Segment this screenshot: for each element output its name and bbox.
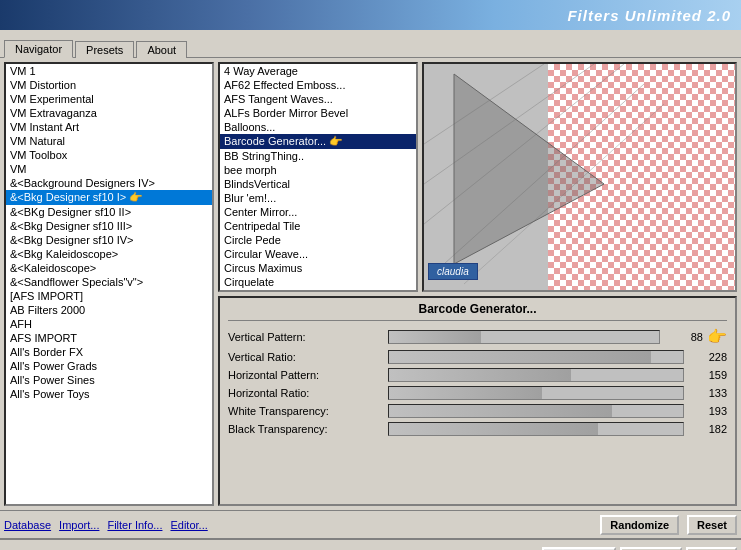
left-panel-item-9[interactable]: &<Bkg Designer sf10 I> 👉 [6, 190, 212, 205]
left-panel-item-16[interactable]: [AFS IMPORT] [6, 289, 212, 303]
filter-list-item-11[interactable]: Centripedal Tile [220, 219, 416, 233]
category-list[interactable]: VM 1VM DistortionVM ExperimentalVM Extra… [4, 62, 214, 506]
left-panel-item-22[interactable]: All's Power Sines [6, 373, 212, 387]
tab-navigator[interactable]: Navigator [4, 40, 73, 58]
preview-gray [424, 64, 548, 290]
setting-row-0: Vertical Pattern:88👉 [228, 327, 727, 346]
filter-list-item-0[interactable]: 4 Way Average [220, 64, 416, 78]
setting-slider-3[interactable] [388, 386, 684, 400]
tab-bar: Navigator Presets About [0, 30, 741, 58]
tab-presets[interactable]: Presets [75, 41, 134, 58]
left-panel-item-4[interactable]: VM Instant Art [6, 120, 212, 134]
left-panel-item-19[interactable]: AFS IMPORT [6, 331, 212, 345]
left-panel-item-17[interactable]: AB Filters 2000 [6, 303, 212, 317]
settings-rows: Vertical Pattern:88👉Vertical Ratio:228Ho… [228, 327, 727, 436]
filter-list-item-13[interactable]: Circular Weave... [220, 247, 416, 261]
setting-value-5: 182 [692, 423, 727, 435]
left-panel-item-12[interactable]: &<Bkg Designer sf10 IV> [6, 233, 212, 247]
filter-list-item-6[interactable]: BB StringThing.. [220, 149, 416, 163]
settings-panel: Barcode Generator... Vertical Pattern:88… [218, 296, 737, 506]
left-panel-item-5[interactable]: VM Natural [6, 134, 212, 148]
filter-list-item-10[interactable]: Center Mirror... [220, 205, 416, 219]
setting-slider-1[interactable] [388, 350, 684, 364]
setting-slider-2[interactable] [388, 368, 684, 382]
import-link[interactable]: Import... [59, 519, 99, 531]
left-panel-item-13[interactable]: &<Bkg Kaleidoscope> [6, 247, 212, 261]
left-panel-item-20[interactable]: All's Border FX [6, 345, 212, 359]
left-panel-item-8[interactable]: &<Background Designers IV> [6, 176, 212, 190]
setting-slider-0[interactable] [388, 330, 660, 344]
setting-slider-5[interactable] [388, 422, 684, 436]
left-panel-item-1[interactable]: VM Distortion [6, 78, 212, 92]
claudia-badge: claudia [428, 263, 478, 280]
reset-button[interactable]: Reset [687, 515, 737, 535]
setting-label-3: Horizontal Ratio: [228, 387, 388, 399]
filter-info-link[interactable]: Filter Info... [107, 519, 162, 531]
setting-label-5: Black Transparency: [228, 423, 388, 435]
setting-value-3: 133 [692, 387, 727, 399]
filter-list-item-2[interactable]: AFS Tangent Waves... [220, 92, 416, 106]
setting-value-0: 88 [668, 331, 703, 343]
database-link[interactable]: Database [4, 519, 51, 531]
main-content: VM 1VM DistortionVM ExperimentalVM Extra… [0, 58, 741, 510]
left-panel-item-6[interactable]: VM Toolbox [6, 148, 212, 162]
setting-label-2: Horizontal Pattern: [228, 369, 388, 381]
preview-checkerboard [548, 64, 735, 290]
setting-row-2: Horizontal Pattern:159 [228, 368, 727, 382]
left-panel-item-11[interactable]: &<Bkg Designer sf10 III> [6, 219, 212, 233]
filter-list-item-5[interactable]: Barcode Generator... 👉 [220, 134, 416, 149]
setting-row-5: Black Transparency:182 [228, 422, 727, 436]
settings-title: Barcode Generator... [228, 302, 727, 321]
status-bar: Database: ICNET-Filters Filters 4595 App… [0, 538, 741, 550]
editor-link[interactable]: Editor... [170, 519, 207, 531]
filter-list-item-3[interactable]: ALFs Border Mirror Bevel [220, 106, 416, 120]
filter-list-item-12[interactable]: Circle Pede [220, 233, 416, 247]
setting-value-4: 193 [692, 405, 727, 417]
setting-row-3: Horizontal Ratio:133 [228, 386, 727, 400]
setting-value-2: 159 [692, 369, 727, 381]
filter-list-item-4[interactable]: Balloons... [220, 120, 416, 134]
bottom-toolbar: Database Import... Filter Info... Editor… [0, 510, 741, 538]
setting-value-1: 228 [692, 351, 727, 363]
left-panel-item-21[interactable]: All's Power Grads [6, 359, 212, 373]
left-panel-item-0[interactable]: VM 1 [6, 64, 212, 78]
randomize-button[interactable]: Randomize [600, 515, 679, 535]
left-panel-item-18[interactable]: AFH [6, 317, 212, 331]
filter-list-item-7[interactable]: bee morph [220, 163, 416, 177]
left-panel-item-2[interactable]: VM Experimental [6, 92, 212, 106]
filter-list-item-8[interactable]: BlindsVertical [220, 177, 416, 191]
app-title: Filters Unlimited 2.0 [567, 7, 731, 24]
filter-list-item-14[interactable]: Circus Maximus [220, 261, 416, 275]
filter-list-item-15[interactable]: Cirquelate [220, 275, 416, 289]
left-panel-item-3[interactable]: VM Extravaganza [6, 106, 212, 120]
left-panel-item-23[interactable]: All's Power Toys [6, 387, 212, 401]
setting-row-1: Vertical Ratio:228 [228, 350, 727, 364]
setting-label-4: White Transparency: [228, 405, 388, 417]
setting-slider-4[interactable] [388, 404, 684, 418]
pointer-icon-0: 👉 [707, 327, 727, 346]
filter-list-item-16[interactable]: Convergance [220, 289, 416, 292]
filter-list[interactable]: 4 Way AverageAF62 Effected Emboss...AFS … [218, 62, 418, 292]
setting-row-4: White Transparency:193 [228, 404, 727, 418]
preview-area: claudia [422, 62, 737, 292]
tab-about[interactable]: About [136, 41, 187, 58]
filter-list-item-9[interactable]: Blur 'em!... [220, 191, 416, 205]
left-panel-item-7[interactable]: VM [6, 162, 212, 176]
left-panel-item-15[interactable]: &<Sandflower Specials"v"> [6, 275, 212, 289]
setting-label-0: Vertical Pattern: [228, 331, 388, 343]
right-panel: 4 Way AverageAF62 Effected Emboss...AFS … [218, 62, 737, 506]
title-bar: Filters Unlimited 2.0 [0, 0, 741, 30]
setting-label-1: Vertical Ratio: [228, 351, 388, 363]
left-panel-item-10[interactable]: &<BKg Designer sf10 II> [6, 205, 212, 219]
filter-list-item-1[interactable]: AF62 Effected Emboss... [220, 78, 416, 92]
left-panel-item-14[interactable]: &<Kaleidoscope> [6, 261, 212, 275]
